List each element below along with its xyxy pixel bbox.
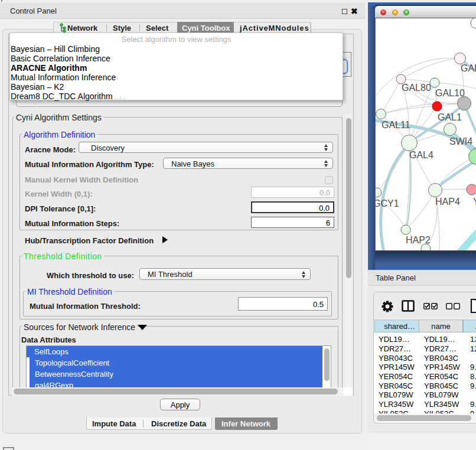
svg-text:SWI4: SWI4 xyxy=(449,136,472,146)
svg-text:Y: Y xyxy=(473,197,476,207)
svg-text:GAL1: GAL1 xyxy=(438,112,462,122)
svg-text:GCY1: GCY1 xyxy=(376,198,399,208)
svg-text:GAL11: GAL11 xyxy=(382,120,410,130)
svg-text:HAP2: HAP2 xyxy=(406,235,431,245)
svg-text:HAP4: HAP4 xyxy=(435,197,460,207)
svg-text:GAL4: GAL4 xyxy=(409,150,433,160)
svg-text:GAL10: GAL10 xyxy=(435,88,465,98)
svg-text:GAL: GAL xyxy=(461,63,476,73)
svg-text:GAL80: GAL80 xyxy=(402,83,431,93)
